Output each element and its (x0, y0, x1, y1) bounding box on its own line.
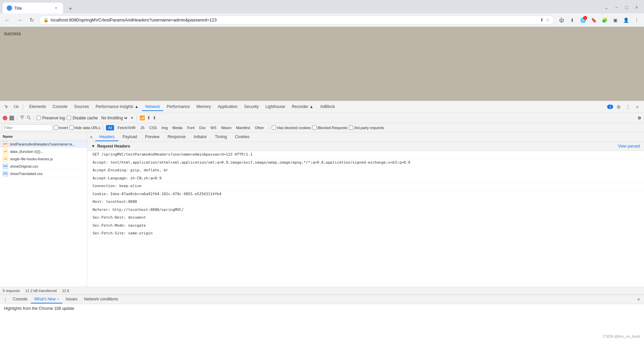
filter-sep2 (269, 125, 269, 130)
request-tab-cookies[interactable]: Cookies (231, 133, 253, 141)
file-list-item[interactable]: JSsingle-file-hooks-frames.js (0, 155, 87, 163)
tab-title: Title (14, 6, 22, 11)
request-tab-initiator[interactable]: Initiator (190, 133, 211, 141)
devtools-tab-sources[interactable]: Sources (71, 103, 92, 111)
throttle-dropdown-icon[interactable]: ▼ (130, 116, 134, 120)
network-settings-icon[interactable]: ⚙ (638, 116, 641, 120)
download-icon[interactable]: ⬇ (568, 15, 577, 25)
request-tab-timing[interactable]: Timing (211, 133, 231, 141)
filter-type-wasm[interactable]: Wasm (219, 125, 233, 130)
bottom-tab-console[interactable]: Console (9, 295, 31, 303)
network-offline-icon[interactable]: 📶 (140, 115, 145, 120)
devtools-tab-network[interactable]: Network (142, 103, 163, 111)
request-tab-preview[interactable]: Preview (141, 133, 164, 141)
devtools-tab-performance[interactable]: Performance (163, 103, 193, 111)
minimize-button[interactable]: − (612, 3, 621, 12)
new-tab-button[interactable]: + (66, 4, 75, 13)
devtools-settings-icon[interactable]: ⚙ (614, 103, 623, 111)
filter-type-js[interactable]: JS (138, 125, 147, 130)
chevron-down-icon[interactable]: ⌄ (602, 3, 611, 12)
filter-type-fetch/xhr[interactable]: Fetch/XHR (115, 125, 138, 130)
devtools-close-icon[interactable]: × (633, 103, 641, 111)
forward-button[interactable]: → (15, 15, 24, 25)
throttle-select[interactable]: No throttling (100, 115, 128, 121)
transferred-size: 11.2 kB transferred (25, 289, 57, 293)
bottom-tab-close[interactable]: × (57, 297, 59, 301)
filter-input[interactable] (3, 124, 52, 131)
header-entry: Sec-Fetch-Dest: document (87, 214, 644, 222)
devtools-tab-security[interactable]: Security (241, 103, 262, 111)
devtools-tab-lighthouse[interactable]: Lighthouse (262, 103, 288, 111)
sidebar-toggle-icon[interactable]: ▣ (610, 15, 620, 25)
power-icon[interactable]: ⏻ (557, 15, 566, 25)
bottom-close-button[interactable]: × (635, 295, 643, 303)
has-blocked-cookies-checkbox[interactable]: Has blocked cookies (272, 125, 311, 130)
browser-tab[interactable]: Title × (3, 3, 63, 13)
devtools-tab-performance-insights--[interactable]: Performance insights ▲ (92, 103, 142, 111)
filter-type-all[interactable]: All (106, 125, 114, 130)
tab-close-btn[interactable]: × (53, 5, 59, 11)
maximize-button[interactable]: □ (622, 3, 631, 12)
blocked-requests-checkbox[interactable]: Blocked Requests (312, 125, 347, 130)
request-headers-title: ▼ Request Headers View parsed (87, 142, 644, 151)
inspect-element-icon[interactable] (3, 103, 11, 111)
bottom-tab-issues[interactable]: Issues (62, 295, 81, 303)
bottom-menu-icon[interactable]: ⋮ (1, 295, 9, 303)
view-parsed-link[interactable]: View parsed (618, 144, 640, 149)
close-window-button[interactable]: × (632, 3, 641, 12)
filter-type-other[interactable]: Other (253, 125, 266, 130)
devtools-tab-elements[interactable]: Elements (26, 103, 49, 111)
disable-cache-checkbox[interactable]: Disable cache (67, 116, 98, 120)
svg-line-4 (30, 118, 31, 119)
filter-type-img[interactable]: Img (160, 125, 170, 130)
clear-button[interactable] (9, 116, 14, 120)
devtools-badge[interactable]: 1 (607, 105, 613, 109)
puzzle-icon[interactable]: 🧩 (600, 15, 609, 25)
filter-type-manifest[interactable]: Manifest (234, 125, 252, 130)
page-success-text: success (4, 31, 21, 36)
filter-type-font[interactable]: Font (185, 125, 197, 130)
bottom-tab-what-s-new[interactable]: What's New × (31, 295, 62, 303)
hide-data-urls-checkbox[interactable]: Hide data URLs (69, 125, 101, 130)
bookmark-icon[interactable]: 🔖 (589, 15, 598, 25)
request-tab-headers[interactable]: Headers (95, 133, 118, 141)
file-list-item[interactable]: CSshowOriginal.css (0, 163, 87, 170)
browser-more-icon[interactable]: ⋮ (632, 15, 641, 25)
star-icon[interactable]: ☆ (546, 17, 550, 22)
back-button[interactable]: ← (3, 15, 12, 25)
refresh-button[interactable]: ↻ (27, 15, 36, 25)
profile-icon[interactable]: 👤 (621, 15, 631, 25)
filter-type-css[interactable]: CSS (147, 125, 159, 130)
search-icon[interactable] (26, 115, 31, 121)
network-download-icon[interactable]: ⬇ (153, 115, 156, 120)
filter-type-doc[interactable]: Doc (197, 125, 208, 130)
toolbar-separator (23, 104, 23, 110)
preserve-log-checkbox[interactable]: Preserve log (37, 116, 65, 120)
network-upload-icon[interactable]: ⬆ (147, 115, 151, 120)
devtools-tab-memory[interactable]: Memory (193, 103, 214, 111)
request-tab-response[interactable]: Response (163, 133, 190, 141)
filter-type-media[interactable]: Media (170, 125, 184, 130)
devtools-toolbar: ElementsConsoleSourcesPerformance insigh… (0, 101, 644, 113)
file-list-item[interactable]: HTtestParamsAndHeaders?username=a... (0, 140, 87, 148)
share-icon[interactable]: ⬆ (540, 17, 544, 22)
translate-icon[interactable]: 🌐1 (578, 15, 588, 25)
devtools-more-icon[interactable]: ⋮ (624, 103, 632, 111)
devtools-tab-application[interactable]: Application (214, 103, 241, 111)
invert-checkbox[interactable]: Invert (54, 125, 68, 130)
filter-icon[interactable] (20, 115, 24, 121)
request-tab-payload[interactable]: Payload (118, 133, 141, 141)
devtools-tab-console[interactable]: Console (49, 103, 71, 111)
file-list-item[interactable]: CSshowTranslated.css (0, 170, 87, 177)
third-party-checkbox[interactable]: 3rd-party requests (349, 125, 384, 130)
file-name-label: single-file-hooks-frames.js (10, 157, 53, 161)
request-panel-close[interactable]: × (87, 133, 95, 141)
address-bar[interactable]: 🔒 localhost:8080/springMVC/testParamsAnd… (39, 15, 554, 25)
devtools-tab-recorder--[interactable]: Recorder ▲ (288, 103, 317, 111)
devtools-tab-adblock[interactable]: AdBlock (317, 103, 338, 111)
file-list-item[interactable]: JSdata:,(function t(){)... (0, 148, 87, 155)
device-toggle-icon[interactable] (12, 103, 20, 111)
bottom-tab-network-conditions[interactable]: Network conditions (81, 295, 121, 303)
record-button[interactable] (3, 116, 7, 120)
filter-type-ws[interactable]: WS (209, 125, 219, 130)
